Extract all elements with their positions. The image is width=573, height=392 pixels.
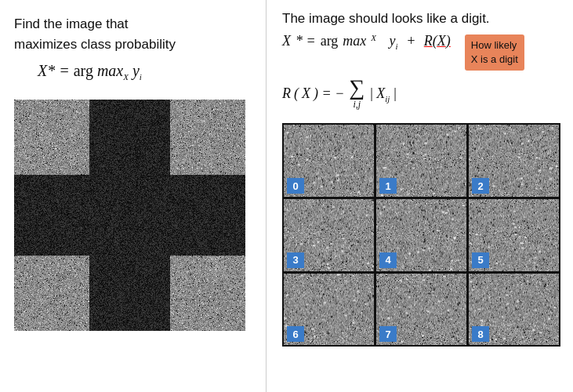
sigma-symbol: ∑ bbox=[349, 77, 364, 99]
digit-cell-1: 1 bbox=[376, 125, 466, 197]
digit-label-1: 1 bbox=[379, 178, 397, 194]
digit-cell-3: 3 bbox=[284, 199, 374, 271]
annotation-box: How likely X is a digit bbox=[465, 34, 524, 71]
left-text-line2: maximizes class probability bbox=[14, 37, 176, 52]
right-panel: The image should looks like a digit. X* … bbox=[267, 0, 573, 392]
left-formula: X* = arg maxX yi bbox=[38, 62, 142, 82]
digit-cell-7: 7 bbox=[376, 274, 466, 346]
digit-label-4: 4 bbox=[379, 252, 397, 268]
rx-term: R(X) bbox=[424, 33, 451, 49]
annotation-line1: How likely bbox=[471, 39, 517, 51]
formula2: R(X) = − ∑ i,j |Xij| bbox=[282, 77, 565, 111]
digit-label-5: 5 bbox=[472, 252, 489, 268]
digit-label-3: 3 bbox=[287, 252, 304, 268]
right-description: The image should looks like a digit. bbox=[282, 11, 565, 27]
digit-label-2: 2 bbox=[472, 178, 489, 194]
formulas-block: X* = arg maxX yi + R(X) How likely X is … bbox=[282, 33, 565, 111]
left-text-line1: Find the image that bbox=[14, 16, 129, 31]
left-panel: Find the image that maximizes class prob… bbox=[0, 0, 267, 392]
digit-cell-0: 0 bbox=[284, 125, 374, 197]
digit-cell-2: 2 bbox=[469, 125, 559, 197]
digit-cell-8: 8 bbox=[469, 274, 559, 346]
noisy-cross-image bbox=[14, 100, 245, 331]
digit-cell-6: 6 bbox=[284, 274, 374, 346]
annotation-line2: X is a digit bbox=[471, 53, 518, 65]
digit-cell-4: 4 bbox=[376, 199, 466, 271]
digit-grid: 0 1 2 3 4 5 6 7 bbox=[282, 123, 560, 347]
formula1-row: X* = arg maxX yi + R(X) How likely X is … bbox=[282, 33, 565, 71]
digit-label-8: 8 bbox=[472, 326, 489, 342]
left-description: Find the image that maximizes class prob… bbox=[14, 14, 176, 54]
digit-label-6: 6 bbox=[287, 326, 304, 342]
formula1: X* = arg maxX yi + R(X) bbox=[282, 33, 451, 51]
digit-label-0: 0 bbox=[287, 178, 304, 194]
sigma-subscript: i,j bbox=[353, 99, 361, 111]
digit-cell-5: 5 bbox=[469, 199, 559, 271]
digit-label-7: 7 bbox=[379, 326, 397, 342]
